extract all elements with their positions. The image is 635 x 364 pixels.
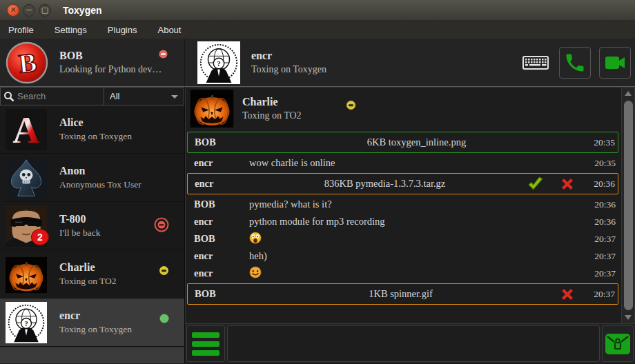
contact-status-message: I'll be back <box>59 228 100 239</box>
message-sender: encr <box>188 157 249 169</box>
svg-text:B: B <box>17 47 38 78</box>
pumpkin-avatar <box>190 90 234 128</box>
message-text: wow charlie is online <box>249 157 584 169</box>
chat-message-row: encr python module for mp3 recording 20:… <box>187 213 618 230</box>
menu-profile[interactable]: Profile <box>8 25 34 35</box>
file-transfer-name: 836KB pymedia-1.3.7.3.tar.gz <box>250 178 520 190</box>
contact-item-encr[interactable]: encr Toxing on Toxygen <box>0 299 184 347</box>
window-minimize-button[interactable]: ─ <box>23 4 35 17</box>
message-sender: BOB <box>188 233 249 245</box>
away-status-icon <box>159 265 169 276</box>
file-transfer-row: BOB 6KB toxygen_inline.png 20:35 <box>187 132 618 153</box>
scroll-up-arrow[interactable] <box>625 91 632 96</box>
menu-settings[interactable]: Settings <box>55 25 87 35</box>
message-text: pymedia? what is it? <box>249 199 584 210</box>
search-box <box>0 87 104 105</box>
contact-item-alice[interactable]: A Alice Toxing on Toxygen <box>0 105 184 154</box>
contact-status-message: Toxing on Toxygen <box>59 131 132 142</box>
search-icon <box>3 91 14 102</box>
pumpkin-avatar <box>6 256 47 294</box>
message-time: 20:37 <box>584 234 617 245</box>
contact-item-charlie[interactable]: Charlie Toxing on TO2 <box>0 250 184 299</box>
window-maximize-button[interactable]: ▢ <box>39 4 51 17</box>
file-transfer-row: encr 836KB pymedia-1.3.7.3.tar.gz 20:36 <box>187 173 618 194</box>
self-status-message: Looking for Python dev… <box>59 64 162 75</box>
smiling-face-emoji <box>249 266 262 279</box>
top-panel: B BOB Looking for Python dev… encr Toxin… <box>0 39 635 87</box>
cross-icon <box>559 286 576 303</box>
composer-bar <box>185 323 635 363</box>
message-sender: encr <box>189 178 250 190</box>
message-list: BOB 6KB toxygen_inline.png 20:35 encr wo… <box>186 129 621 305</box>
message-time: 20:35 <box>583 137 616 148</box>
contact-filter-value: All <box>110 91 119 101</box>
cross-icon <box>559 176 576 192</box>
unread-count-badge: 2 <box>32 230 48 245</box>
menu-about[interactable]: About <box>157 25 181 35</box>
attachments-menu-button[interactable] <box>186 325 225 362</box>
send-button[interactable] <box>602 325 634 362</box>
titlebar: ✕ ─ ▢ Toxygen <box>0 0 635 21</box>
active-contact-status-message: Toxing on Toxygen <box>251 64 326 75</box>
message-sender: BOB <box>189 288 250 300</box>
contact-item-t800[interactable]: T-800 I'll be back 2 <box>0 202 184 250</box>
contact-status-message: Toxing on TO2 <box>59 276 117 287</box>
contact-filter-dropdown[interactable]: All <box>104 87 184 105</box>
menu-plugins[interactable]: Plugins <box>108 25 137 35</box>
keyboard-icon <box>522 54 549 71</box>
scrollbar-thumb[interactable] <box>624 101 633 310</box>
message-sender: BOB <box>189 136 250 148</box>
phone-icon <box>565 52 585 73</box>
message-sender: encr <box>188 267 249 279</box>
message-time: 20:35 <box>584 158 617 169</box>
message-input[interactable] <box>227 325 600 362</box>
message-sender: BOB <box>188 199 249 210</box>
message-sender: encr <box>188 216 249 228</box>
cancel-transfer-button[interactable] <box>556 287 579 302</box>
chat-message-row: encr 20:37 <box>187 265 618 282</box>
contact-name: Anon <box>59 165 141 177</box>
message-text <box>249 266 584 281</box>
contact-status-message: Toxing on Toxygen <box>59 324 132 335</box>
chat-peer-header: Charlie Toxing on TO2 <box>186 88 621 129</box>
contacts-sidebar: All A Alice Toxing on Toxygen <box>0 87 185 363</box>
accept-transfer-button[interactable] <box>524 176 547 192</box>
message-text: heh) <box>249 250 584 262</box>
contact-status-message: Anonymous Tox User <box>59 179 141 190</box>
message-time: 20:37 <box>583 289 616 300</box>
window-title: Toxygen <box>63 5 102 16</box>
self-avatar: B <box>6 41 48 84</box>
contact-item-anon[interactable]: Anon Anonymous Tox User <box>0 154 184 202</box>
active-contact-name: encr <box>251 50 326 62</box>
chat-message-row: encr heh) 20:37 <box>187 247 618 265</box>
video-call-button[interactable] <box>599 47 631 79</box>
chat-peer-status-message: Toxing on TO2 <box>242 110 302 121</box>
file-transfer-name: 6KB toxygen_inline.png <box>250 136 583 148</box>
message-time: 20:36 <box>584 216 617 228</box>
hamburger-icon <box>192 332 219 338</box>
busy-status-icon <box>159 50 168 59</box>
chat-panel: Charlie Toxing on TO2 BOB 6KB toxygen_in… <box>185 87 635 363</box>
chat-scrollbar[interactable] <box>621 88 634 323</box>
search-input[interactable] <box>17 91 97 101</box>
message-time: 20:37 <box>584 268 617 279</box>
message-time: 20:37 <box>584 251 617 262</box>
self-profile[interactable]: B BOB Looking for Python dev… <box>0 39 185 86</box>
busy-status-icon <box>154 217 169 232</box>
svg-text:A: A <box>12 109 39 150</box>
screen-keyboard-button[interactable] <box>520 47 551 79</box>
contact-name: Alice <box>59 117 132 129</box>
message-text: python module for mp3 recording <box>249 216 584 228</box>
window-close-button[interactable]: ✕ <box>7 4 19 17</box>
video-camera-icon <box>604 54 626 72</box>
menubar: Profile Settings Plugins About <box>0 21 635 39</box>
encrypted-send-icon <box>603 331 632 357</box>
chat-message-row: encr wow charlie is online 20:35 <box>187 154 618 172</box>
audio-call-button[interactable] <box>559 47 591 79</box>
decline-transfer-button[interactable] <box>556 176 579 192</box>
scroll-down-arrow[interactable] <box>625 315 632 320</box>
message-time: 20:36 <box>584 199 617 210</box>
self-name: BOB <box>59 50 162 62</box>
message-text <box>249 232 584 247</box>
contact-name: T-800 <box>59 213 100 225</box>
